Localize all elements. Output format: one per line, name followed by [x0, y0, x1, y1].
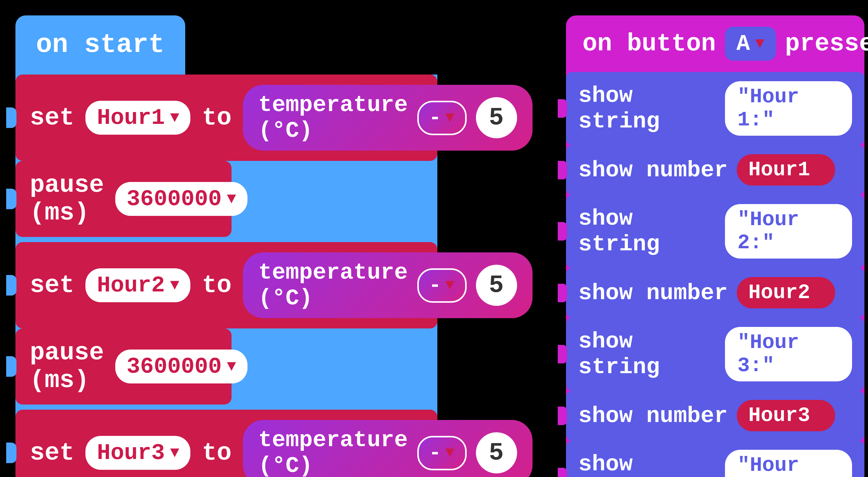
show-string-label-4: show string [578, 451, 716, 477]
hour2-string-value[interactable]: "Hour 2:" [725, 204, 852, 259]
temp-expression-2: temperature (°C) - ▼ 5 [243, 252, 532, 318]
show-number-2: show number Hour2 ▼ [566, 268, 864, 318]
show-number-label-1: show number [578, 157, 728, 183]
on-button-body: show string "Hour 1:" show number Hour1 … [566, 72, 864, 477]
value-5-1[interactable]: 5 [476, 97, 517, 138]
set-hour3-block: set Hour3 ▼ to temperature (°C) - ▼ 5 [16, 410, 437, 477]
show-string-4: show string "Hour 4:" [566, 441, 864, 477]
value-5-2[interactable]: 5 [476, 265, 517, 306]
temp-expression-1: temperature (°C) - ▼ 5 [243, 85, 532, 150]
show-string-3: show string "Hour 3:" [566, 318, 864, 390]
show-string-1: show string "Hour 1:" [566, 72, 864, 145]
minus-op-2[interactable]: - ▼ [417, 268, 466, 303]
pause-value-2[interactable]: 3600000 ▼ [115, 349, 247, 383]
show-string-2: show string "Hour 2:" [566, 195, 864, 268]
hour1-num-var[interactable]: Hour1 ▼ [737, 154, 835, 185]
hour1-var[interactable]: Hour1 ▼ [86, 101, 191, 135]
hour2-var[interactable]: Hour2 ▼ [86, 268, 191, 302]
to-keyword-2: to [202, 271, 231, 299]
show-number-1: show number Hour1 ▼ [566, 145, 864, 195]
hour1-string-value[interactable]: "Hour 1:" [725, 81, 852, 136]
set-hour1-block: set Hour1 ▼ to temperature (°C) - ▼ 5 [16, 74, 437, 161]
hour2-num-var[interactable]: Hour2 ▼ [737, 277, 835, 308]
value-5-3[interactable]: 5 [476, 432, 517, 473]
pause-label-1: pause (ms) [30, 171, 104, 227]
show-number-label-2: show number [578, 280, 728, 306]
on-button-suffix: pressed [785, 30, 868, 58]
hour3-dropdown-arrow[interactable]: ▼ [170, 444, 179, 462]
set-keyword: set [30, 104, 74, 132]
on-start-body: set Hour1 ▼ to temperature (°C) - ▼ 5 [16, 74, 437, 477]
on-start-container: on start set Hour1 ▼ to temperature (°C)… [16, 15, 437, 477]
show-string-label-2: show string [578, 206, 716, 257]
set-keyword-2: set [30, 271, 74, 299]
hour4-string-value[interactable]: "Hour 4:" [725, 450, 852, 477]
minus-op-3[interactable]: - ▼ [417, 436, 466, 470]
hour3-var[interactable]: Hour3 ▼ [86, 436, 191, 470]
show-string-label-3: show string [578, 329, 716, 380]
pause-block-1: pause (ms) 3600000 ▼ [16, 161, 231, 237]
pause-label-2: pause (ms) [30, 339, 104, 394]
pause-value-1[interactable]: 3600000 ▼ [115, 182, 247, 216]
hour1-dropdown-arrow[interactable]: ▼ [170, 109, 179, 127]
show-number-label-3: show number [578, 403, 728, 429]
hour2-dropdown-arrow[interactable]: ▼ [170, 276, 179, 294]
on-button-header: on button A ▼ pressed [566, 15, 864, 72]
to-keyword-1: to [202, 104, 231, 132]
show-string-label-1: show string [578, 83, 716, 134]
hour3-string-value[interactable]: "Hour 3:" [725, 327, 852, 381]
show-number-3: show number Hour3 ▼ [566, 390, 864, 441]
button-dropdown-arrow[interactable]: ▼ [755, 35, 764, 53]
on-start-header: on start [16, 15, 185, 74]
temp-expression-3: temperature (°C) - ▼ 5 [243, 420, 532, 477]
button-a-dropdown[interactable]: A ▼ [725, 27, 776, 61]
on-button-prefix: on button [583, 30, 716, 58]
on-button-container: on button A ▼ pressed show string "Hour … [566, 15, 864, 477]
on-start-label: on start [36, 30, 164, 60]
minus-op-1[interactable]: - ▼ [417, 101, 466, 135]
hour3-num-var[interactable]: Hour3 ▼ [737, 400, 835, 431]
pause-block-2: pause (ms) 3600000 ▼ [16, 329, 231, 405]
to-keyword-3: to [202, 439, 231, 467]
set-keyword-3: set [30, 439, 74, 467]
set-hour2-block: set Hour2 ▼ to temperature (°C) - ▼ 5 [16, 242, 437, 329]
